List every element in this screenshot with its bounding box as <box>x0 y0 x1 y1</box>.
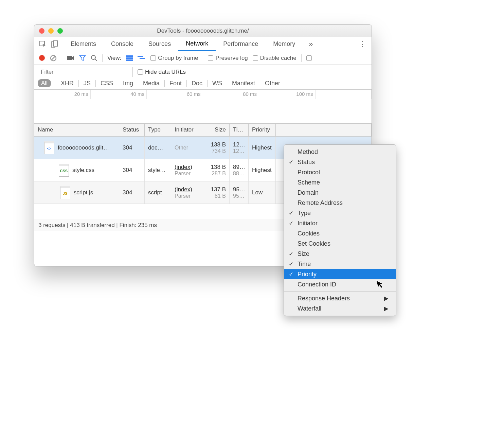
inspect-element-icon[interactable] <box>39 40 47 48</box>
cell-time-sub: 12… <box>233 148 245 154</box>
column-header-waterfall[interactable] <box>276 124 372 136</box>
menu-item-initiator[interactable]: ✓Initiator <box>284 218 396 228</box>
cell-priority: Low <box>252 189 272 196</box>
cell-name: style.css <box>72 167 94 174</box>
filter-input[interactable] <box>38 67 133 77</box>
cell-size-sub: 81 B <box>209 193 226 199</box>
status-summary: 3 requests | 413 B transferred | Finish:… <box>38 222 157 229</box>
cell-time-sub: 95… <box>233 193 245 199</box>
maximize-window-button[interactable] <box>57 28 63 34</box>
svg-rect-5 <box>67 56 72 60</box>
more-tabs-button[interactable]: » <box>303 40 319 49</box>
cell-size: 137 B <box>209 186 226 193</box>
tab-network[interactable]: Network <box>178 37 216 51</box>
column-header-name[interactable]: Name <box>34 124 119 136</box>
menu-item-protocol[interactable]: Protocol <box>284 167 396 177</box>
tab-sources[interactable]: Sources <box>141 37 178 51</box>
cell-priority: Highest <box>252 167 272 174</box>
hide-data-urls-checkbox[interactable]: Hide data URLs <box>138 69 186 75</box>
svg-rect-8 <box>126 55 133 57</box>
view-label: View: <box>107 55 121 61</box>
menu-item-cookies[interactable]: Cookies <box>284 228 396 239</box>
table-header-row[interactable]: Name Status Type Initiator Size Time Pri… <box>34 124 372 137</box>
menu-item-response-headers[interactable]: Response Headers▶ <box>284 293 396 303</box>
menu-item-remote-address[interactable]: Remote Address <box>284 198 396 208</box>
disable-cache-label: Disable cache <box>260 55 296 61</box>
cell-initiator-link[interactable]: (index) <box>175 186 201 193</box>
menu-item-time[interactable]: ✓Time <box>284 259 396 269</box>
column-header-status[interactable]: Status <box>119 124 145 136</box>
column-header-size[interactable]: Size <box>205 124 230 136</box>
cell-status: 304 <box>123 144 141 151</box>
column-header-initiator[interactable]: Initiator <box>171 124 205 136</box>
device-toolbar-icon[interactable] <box>51 40 58 48</box>
settings-menu-icon[interactable]: ⋮ <box>359 40 366 49</box>
menu-item-set-cookies[interactable]: Set Cookies <box>284 239 396 249</box>
column-header-priority[interactable]: Priority <box>249 124 276 136</box>
menu-item-connection-id[interactable]: Connection ID <box>284 279 396 289</box>
filter-type-js[interactable]: JS <box>78 80 91 87</box>
filter-type-doc[interactable]: Doc <box>186 80 202 87</box>
filter-type-xhr[interactable]: XHR <box>56 80 74 87</box>
svg-rect-12 <box>140 58 145 59</box>
tab-performance[interactable]: Performance <box>216 37 266 51</box>
cell-initiator-link[interactable]: (index) <box>175 164 201 171</box>
filter-type-font[interactable]: Font <box>164 80 182 87</box>
timeline-tick: 80 ms <box>203 90 259 99</box>
column-header-time[interactable]: Time <box>230 124 249 136</box>
timeline-overview[interactable]: 20 ms 40 ms 60 ms 80 ms 100 ms <box>34 90 372 124</box>
filter-type-img[interactable]: Img <box>118 80 133 87</box>
overview-icon[interactable] <box>138 55 146 61</box>
cell-status: 304 <box>123 167 141 174</box>
timeline-tick: 20 ms <box>34 90 91 99</box>
disable-cache-checkbox[interactable]: Disable cache <box>253 55 296 61</box>
tab-memory[interactable]: Memory <box>266 37 303 51</box>
tab-console[interactable]: Console <box>104 37 141 51</box>
menu-item-status[interactable]: ✓Status <box>284 157 396 167</box>
cell-initiator-sub: Other <box>175 145 201 151</box>
cell-priority: Highest <box>252 144 272 151</box>
record-button[interactable] <box>39 55 45 61</box>
menu-item-method[interactable]: Method <box>284 147 396 157</box>
minimize-window-button[interactable] <box>48 28 54 34</box>
cell-name: script.js <box>74 189 93 196</box>
cell-time: 95… <box>233 186 245 193</box>
preserve-log-checkbox[interactable]: Preserve log <box>208 55 248 61</box>
filter-type-other[interactable]: Other <box>260 80 280 87</box>
css-file-icon: CSS <box>59 164 69 177</box>
menu-item-waterfall[interactable]: Waterfall▶ <box>284 303 396 314</box>
filter-type-media[interactable]: Media <box>138 80 160 87</box>
hide-data-urls-label: Hide data URLs <box>145 69 186 75</box>
group-by-frame-checkbox[interactable]: Group by frame <box>150 55 198 61</box>
check-icon: ✓ <box>289 210 293 217</box>
filter-type-all[interactable]: All <box>38 79 51 87</box>
camera-icon[interactable] <box>67 55 74 61</box>
filter-icon[interactable] <box>79 55 86 61</box>
svg-line-4 <box>51 56 55 60</box>
timeline-tick: 40 ms <box>91 90 147 99</box>
menu-item-priority[interactable]: ✓Priority <box>284 269 396 279</box>
column-context-menu: Method ✓Status Protocol Scheme Domain Re… <box>284 144 396 316</box>
filter-type-manifest[interactable]: Manifest <box>227 80 255 87</box>
check-icon: ✓ <box>289 159 293 166</box>
check-icon: ✓ <box>289 271 293 278</box>
tab-elements[interactable]: Elements <box>63 37 104 51</box>
menu-item-size[interactable]: ✓Size <box>284 249 396 259</box>
filter-type-ws[interactable]: WS <box>207 80 222 87</box>
column-header-type[interactable]: Type <box>145 124 171 136</box>
menu-item-scheme[interactable]: Scheme <box>284 177 396 188</box>
timeline-tick: 60 ms <box>147 90 203 99</box>
svg-line-7 <box>95 59 97 61</box>
cell-status: 304 <box>123 189 141 196</box>
large-rows-icon[interactable] <box>126 55 133 61</box>
offline-checkbox[interactable] <box>306 55 312 61</box>
close-window-button[interactable] <box>39 28 44 34</box>
cell-initiator-sub: Parser <box>175 171 201 177</box>
search-icon[interactable] <box>91 55 97 61</box>
menu-item-domain[interactable]: Domain <box>284 188 396 198</box>
cell-type: doc… <box>148 144 167 151</box>
submenu-arrow-icon: ▶ <box>384 295 389 302</box>
clear-icon[interactable] <box>50 54 57 62</box>
filter-type-css[interactable]: CSS <box>95 80 113 87</box>
menu-item-type[interactable]: ✓Type <box>284 208 396 218</box>
